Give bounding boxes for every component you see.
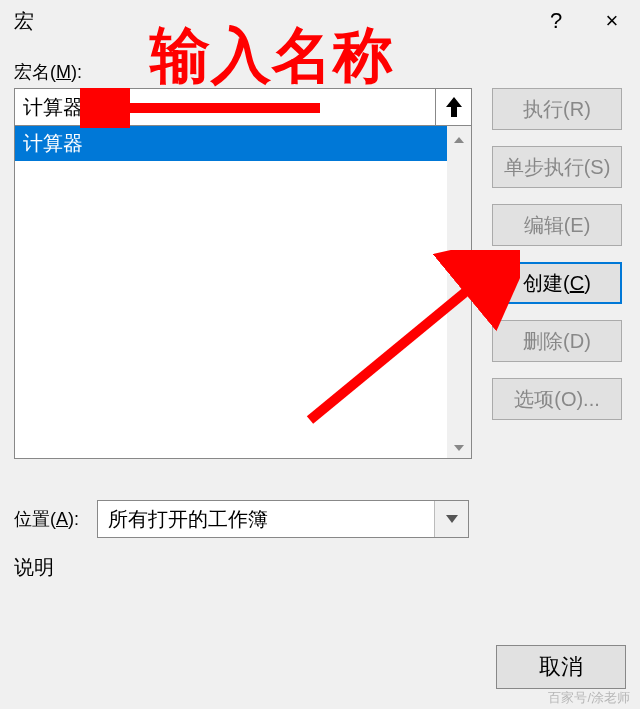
list-item[interactable]: 计算器 [15,126,447,161]
title-bar: 宏 ? × [0,0,640,42]
location-row: 位置(A): 所有打开的工作簿 [14,500,469,538]
help-button[interactable]: ? [528,0,584,42]
close-button[interactable]: × [584,0,640,42]
description-label: 说明 [14,554,54,581]
create-button[interactable]: 创建(C) [492,262,622,304]
options-button[interactable]: 选项(O)... [492,378,622,420]
scrollbar[interactable] [447,126,471,458]
macro-listbox[interactable]: 计算器 [14,125,472,459]
scroll-up-icon[interactable] [454,126,464,150]
goto-macro-button[interactable] [436,88,472,126]
scroll-down-icon[interactable] [454,434,464,458]
location-label: 位置(A): [14,507,79,531]
location-select[interactable]: 所有打开的工作簿 [97,500,469,538]
edit-button[interactable]: 编辑(E) [492,204,622,246]
dialog-title: 宏 [14,8,528,35]
watermark: 百家号/涂老师 [548,689,630,707]
macro-name-label: 宏名(M): [14,60,626,84]
chevron-down-icon[interactable] [434,501,468,537]
step-button[interactable]: 单步执行(S) [492,146,622,188]
location-value: 所有打开的工作簿 [98,506,434,533]
delete-button[interactable]: 删除(D) [492,320,622,362]
macro-name-row [14,88,472,126]
macro-list-items: 计算器 [15,126,447,458]
macro-name-input[interactable] [14,88,436,126]
run-button[interactable]: 执行(R) [492,88,622,130]
arrow-up-icon [444,95,464,119]
side-button-column: 执行(R) 单步执行(S) 编辑(E) 创建(C) 删除(D) 选项(O)... [492,88,622,436]
cancel-button[interactable]: 取消 [496,645,626,689]
